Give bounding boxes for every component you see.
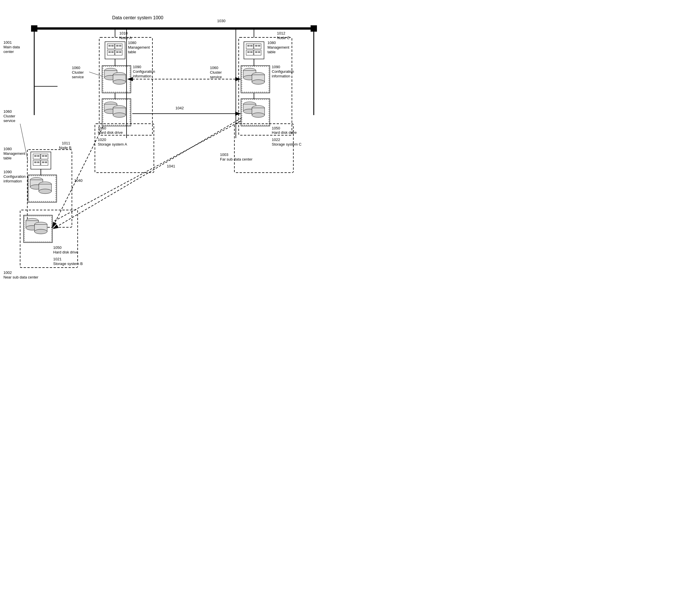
mgmt-c-s8 [258, 51, 260, 53]
cluster-a-line2: service [72, 75, 84, 80]
near-sub-label: Near sub data center [3, 275, 38, 280]
cluster-a-line [89, 72, 102, 76]
hdd-c-label: Hard disk drive [272, 130, 297, 135]
storage-c-label: Storage system C [272, 142, 301, 147]
storage-b-label: Storage system B [53, 262, 83, 266]
config-b-ref: 1090 [3, 170, 12, 175]
mgmt-a-line2: table [128, 50, 136, 55]
main-dc-line1: Main data [3, 45, 20, 50]
config-a-line2: information [133, 74, 151, 79]
hdd-cyl2-bot-c [252, 113, 265, 117]
cluster-c-ref: 1060 [210, 66, 218, 71]
diagram-container: Data center system 1000 1030 1010 Node A… [0, 0, 350, 300]
cluster-b-ref: 1060 [3, 109, 12, 114]
mgmt-b-s4 [45, 155, 47, 157]
mgmt-c-s7 [255, 51, 257, 53]
mgmt-b-s7 [42, 161, 44, 163]
mgmt-c-line1: Management [268, 45, 289, 50]
mgmt-a-sq3 [116, 45, 119, 47]
far-sub-label: Far sub data center [220, 157, 252, 162]
mgmt-c-s5 [247, 51, 250, 53]
cluster-b-line1: Cluster [3, 114, 15, 119]
near-sub-ref: 1002 [3, 270, 12, 275]
mgmt-c-ref: 1080 [268, 41, 276, 45]
cluster-c-line2: service [210, 75, 222, 80]
mgmt-b-s3 [42, 155, 44, 157]
config-c-ref: 1090 [272, 65, 280, 70]
node-a-ref-label: 1010 [119, 31, 128, 36]
link-1041-label: 1041 [167, 164, 175, 169]
mgmt-c-s2 [250, 45, 252, 47]
mgmt-b-line1: Management [3, 151, 25, 156]
mgmt-a-sq4 [119, 45, 121, 47]
hdd-b-label: Hard disk drive [53, 250, 78, 255]
mgmt-a-sq7 [116, 51, 119, 53]
main-dc-ref-label: 1001 [3, 40, 12, 45]
hdd-b-ref: 1050 [53, 245, 61, 250]
mgmt-b-line2: table [3, 156, 11, 161]
storage-b-ref: 1021 [53, 257, 61, 262]
storage-a-label: Storage system A [98, 142, 127, 147]
mgmt-a-sq5 [108, 51, 111, 53]
cluster-c-line1: Cluster [210, 70, 222, 75]
ref-1030: 1030 [217, 19, 225, 24]
mgmt-b-s8 [45, 161, 47, 163]
node-a-label: Node A [119, 36, 132, 41]
mgmt-a-sq2 [111, 45, 114, 47]
mgmt-b-s1 [34, 155, 36, 157]
main-diagram-svg [0, 0, 350, 300]
mgmt-a-sq8 [119, 51, 121, 53]
link-1042-label: 1042 [175, 106, 184, 111]
link-1041-line [53, 118, 242, 229]
mgmt-c-s1 [247, 45, 250, 47]
link-1040-label: 1040 [74, 178, 82, 183]
mgmt-c-s3 [255, 45, 257, 47]
mgmt-a-sq6 [111, 51, 114, 53]
storage-c-ref: 1022 [272, 138, 280, 142]
config-a-ref: 1090 [133, 65, 141, 70]
datacenter-title: Data center system 1000 [112, 15, 164, 21]
mgmt-a-sq1 [108, 45, 111, 47]
node-c-box [239, 38, 292, 135]
node-b-ref-label: 1011 [62, 141, 70, 146]
hdd-cyl2-bot-b [34, 229, 47, 234]
config-c-line2: information [272, 74, 290, 79]
mgmt-b-s5 [34, 161, 36, 163]
cyl2-bot-c [252, 80, 265, 84]
mgmt-b-ref: 1080 [3, 147, 12, 152]
hdd-a-label: Hard disk drive [98, 130, 123, 135]
hdd-cyl2-bot-a [113, 113, 126, 117]
mgmt-c-s4 [258, 45, 260, 47]
mgmt-a-line1: Management [128, 45, 150, 50]
cyl2-bot-b [39, 189, 51, 194]
node-c-ref-label: 1012 [277, 31, 285, 36]
mgmt-a-ref: 1080 [128, 41, 136, 45]
node-b-label: Node B [59, 146, 71, 150]
mgmt-b-s6 [37, 161, 40, 163]
cluster-b-line2: service [3, 119, 15, 123]
mgmt-c-line2: table [268, 50, 276, 55]
cluster-a-line1: Cluster [72, 70, 84, 75]
config-b-line2: information [3, 179, 22, 184]
config-c-line1: Configuration [272, 69, 294, 74]
cluster-a-ref: 1060 [72, 66, 80, 71]
mgmt-b-s2 [37, 155, 40, 157]
storage-a-ref: 1020 [98, 138, 106, 142]
cyl2-bot-a [113, 80, 126, 84]
storage-c-to-b-arrow [53, 121, 241, 221]
mgmt-c-s6 [250, 51, 252, 53]
node-c-label: Node C [277, 36, 290, 41]
config-a-line1: Configuration [133, 69, 155, 74]
config-b-line1: Configuration [3, 174, 26, 179]
main-dc-line2: center [3, 49, 14, 54]
far-sub-ref: 1003 [220, 152, 228, 158]
